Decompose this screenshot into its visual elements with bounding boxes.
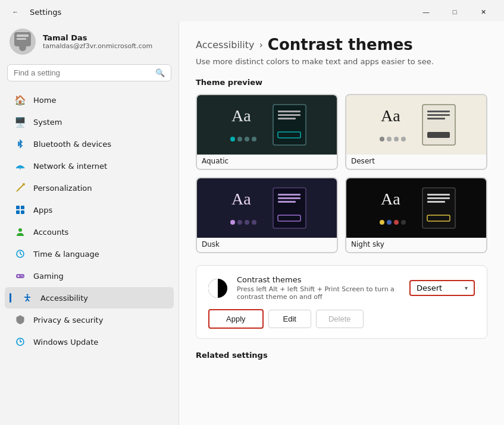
maximize-button[interactable]: □ <box>441 4 468 20</box>
theme-card-dusk[interactable]: Aa Dusk <box>196 177 338 253</box>
svg-rect-42 <box>427 114 450 116</box>
svg-point-45 <box>380 137 384 141</box>
delete-button[interactable]: Delete <box>316 310 364 328</box>
svg-point-19 <box>21 275 22 276</box>
contrast-theme-dropdown[interactable]: Desert ▾ <box>409 280 475 296</box>
theme-preview-dusk: Aa <box>197 178 337 238</box>
contrast-title: Contrast themes <box>237 275 400 284</box>
back-button[interactable]: ← <box>7 4 24 20</box>
svg-line-6 <box>17 184 24 191</box>
svg-rect-11 <box>21 210 24 214</box>
sidebar-item-time[interactable]: Time & language <box>5 243 174 265</box>
svg-point-35 <box>237 137 242 141</box>
related-settings-label: Related settings <box>196 351 487 360</box>
svg-point-36 <box>245 137 249 141</box>
sidebar-item-apps-label: Apps <box>33 206 52 215</box>
svg-point-5 <box>20 168 21 169</box>
avatar <box>10 29 36 55</box>
sidebar-item-privacy[interactable]: Privacy & security <box>5 309 174 330</box>
sidebar-item-personalization[interactable]: Personalization <box>5 177 174 199</box>
sidebar-item-windows-update[interactable]: Windows Update <box>5 331 174 352</box>
svg-text:Aa: Aa <box>231 106 251 125</box>
apply-button[interactable]: Apply <box>208 309 264 329</box>
dropdown-arrow-icon: ▾ <box>465 285 468 291</box>
svg-point-57 <box>237 220 242 225</box>
svg-rect-3 <box>17 38 26 40</box>
sidebar-item-apps[interactable]: Apps <box>5 199 174 221</box>
theme-card-desert[interactable]: Aa Desert <box>345 94 487 170</box>
title-bar-left: ← Settings <box>7 4 61 20</box>
title-bar-controls: — □ ✕ <box>412 4 497 20</box>
svg-text:Aa: Aa <box>381 106 400 125</box>
search-box[interactable]: 🔍 <box>7 64 171 81</box>
sidebar-item-network[interactable]: Network & internet <box>5 155 174 177</box>
contrast-dropdown-value: Desert <box>417 284 442 292</box>
back-icon: ← <box>12 8 19 15</box>
svg-rect-10 <box>16 210 20 214</box>
system-icon: 🖥️ <box>14 116 26 128</box>
svg-point-20 <box>22 276 23 277</box>
svg-point-69 <box>394 220 399 225</box>
app-container: Tamal Das tamaldas@zf3vr.onmicrosoft.com… <box>0 21 504 425</box>
sidebar-item-accessibility[interactable]: Accessibility <box>5 287 174 308</box>
svg-rect-52 <box>278 194 300 196</box>
minimize-button[interactable]: — <box>412 4 440 20</box>
sidebar-item-home[interactable]: 🏠 Home <box>5 89 174 111</box>
sidebar-item-home-label: Home <box>33 96 56 105</box>
sidebar-item-time-label: Time & language <box>33 250 99 259</box>
personalization-icon <box>14 182 26 194</box>
svg-rect-32 <box>278 118 296 119</box>
sidebar-item-accessibility-label: Accessibility <box>40 294 88 303</box>
theme-preview-desert: Aa <box>346 95 486 155</box>
sidebar-item-gaming[interactable]: Gaming <box>5 265 174 287</box>
svg-point-58 <box>245 220 249 225</box>
privacy-icon <box>14 314 26 326</box>
svg-rect-8 <box>16 206 20 209</box>
user-profile[interactable]: Tamal Das tamaldas@zf3vr.onmicrosoft.com <box>0 21 179 64</box>
close-button[interactable]: ✕ <box>469 4 497 20</box>
theme-card-night-sky[interactable]: Aa Night sky <box>345 177 487 253</box>
sidebar-item-bluetooth[interactable]: Bluetooth & devices <box>5 133 174 155</box>
edit-button[interactable]: Edit <box>268 310 311 328</box>
bluetooth-icon <box>14 138 26 150</box>
theme-grid: Aa Aquatic <box>196 94 487 253</box>
svg-point-12 <box>18 228 22 232</box>
user-email: tamaldas@zf3vr.onmicrosoft.com <box>43 42 152 50</box>
theme-dusk-label: Dusk <box>197 238 337 252</box>
svg-point-70 <box>401 220 406 225</box>
svg-rect-43 <box>427 118 445 119</box>
svg-rect-54 <box>278 201 296 203</box>
theme-card-aquatic[interactable]: Aa Aquatic <box>196 94 338 170</box>
sidebar-item-system[interactable]: 🖥️ System <box>5 111 174 133</box>
contrast-settings-card: Contrast themes Press left Alt + left Sh… <box>196 265 487 339</box>
theme-aquatic-label: Aquatic <box>197 155 337 169</box>
contrast-settings-row: Contrast themes Press left Alt + left Sh… <box>208 275 475 301</box>
sidebar-item-windows-update-label: Windows Update <box>33 338 98 347</box>
sidebar-item-privacy-label: Privacy & security <box>33 316 103 325</box>
time-icon <box>14 248 26 260</box>
sidebar-item-gaming-label: Gaming <box>33 272 64 281</box>
theme-desert-label: Desert <box>346 155 486 169</box>
accessibility-icon <box>21 292 33 304</box>
sidebar-item-personalization-label: Personalization <box>33 184 92 193</box>
search-input[interactable] <box>14 68 151 77</box>
active-bar <box>10 293 11 303</box>
svg-text:Aa: Aa <box>231 190 251 208</box>
svg-rect-64 <box>427 197 450 199</box>
action-row: Apply Edit Delete <box>208 309 475 329</box>
home-icon: 🏠 <box>14 94 26 106</box>
contrast-desc: Press left Alt + left Shift + Print Scre… <box>237 285 400 301</box>
breadcrumb-parent[interactable]: Accessibility <box>196 39 254 51</box>
breadcrumb-separator: › <box>259 39 262 51</box>
svg-point-48 <box>401 137 406 141</box>
theme-preview-night-sky: Aa <box>346 178 486 238</box>
svg-text:Aa: Aa <box>381 190 400 208</box>
svg-rect-30 <box>278 111 300 112</box>
sidebar-item-accounts-label: Accounts <box>33 228 68 237</box>
svg-rect-65 <box>427 201 445 203</box>
sidebar-item-accounts[interactable]: Accounts <box>5 221 174 243</box>
title-bar: ← Settings — □ ✕ <box>0 0 504 21</box>
user-info: Tamal Das tamaldas@zf3vr.onmicrosoft.com <box>43 33 152 50</box>
theme-preview-aquatic: Aa <box>197 95 337 155</box>
svg-point-34 <box>230 137 235 141</box>
